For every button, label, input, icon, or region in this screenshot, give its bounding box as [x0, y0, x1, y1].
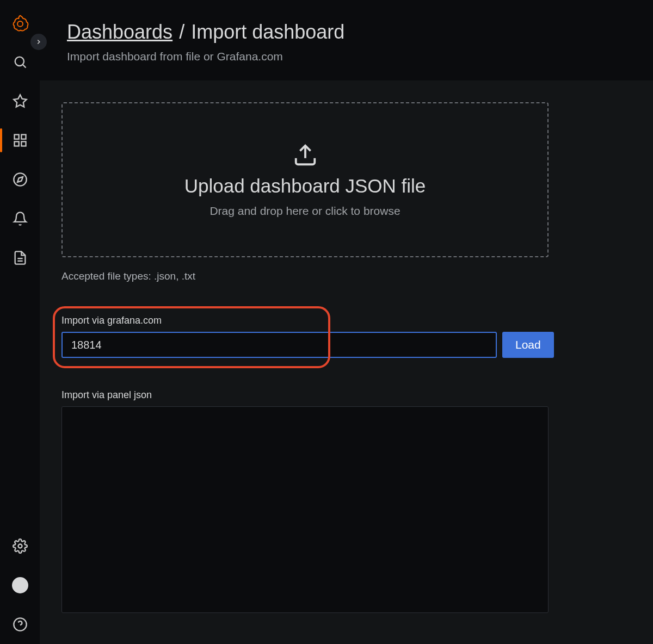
svg-point-1 [15, 57, 23, 66]
svg-marker-3 [14, 95, 26, 107]
svg-rect-5 [21, 135, 26, 139]
nav-help[interactable] [0, 605, 40, 644]
breadcrumb-current: Import dashboard [191, 21, 344, 44]
nav-alerting[interactable] [0, 199, 40, 238]
breadcrumb-separator: / [179, 21, 184, 44]
upload-hint: Drag and drop here or click to browse [210, 205, 400, 218]
grafana-id-input[interactable] [61, 332, 497, 358]
nav-profile[interactable] [0, 566, 40, 605]
nav-dashboards[interactable] [0, 121, 40, 160]
avatar-icon [12, 577, 28, 593]
nav-connections[interactable] [0, 238, 40, 277]
import-via-json-label: Import via panel json [61, 389, 653, 401]
main-content: Dashboards / Import dashboard Import das… [40, 0, 653, 644]
nav-admin[interactable] [0, 527, 40, 566]
sidebar [0, 0, 40, 644]
breadcrumb-root-link[interactable]: Dashboards [67, 21, 173, 44]
import-via-grafana-group: Import via grafana.com Load [61, 315, 554, 358]
svg-rect-7 [14, 141, 19, 146]
accepted-file-types: Accepted file types: .json, .txt [61, 270, 653, 282]
svg-rect-6 [21, 141, 26, 146]
sidebar-expand-toggle[interactable] [30, 34, 47, 50]
svg-point-8 [14, 173, 26, 185]
svg-rect-4 [14, 135, 19, 139]
page-subtitle: Import dashboard from file or Grafana.co… [67, 50, 653, 63]
load-button[interactable]: Load [502, 332, 554, 358]
upload-icon [293, 143, 318, 168]
svg-point-12 [18, 544, 22, 548]
nav-starred[interactable] [0, 82, 40, 121]
svg-marker-9 [17, 177, 23, 182]
import-via-json-group: Import via panel json [61, 389, 653, 615]
svg-line-2 [22, 65, 26, 68]
nav-explore[interactable] [0, 160, 40, 199]
upload-title: Upload dashboard JSON file [184, 175, 426, 197]
breadcrumb: Dashboards / Import dashboard [67, 21, 653, 44]
import-via-grafana-label: Import via grafana.com [61, 315, 554, 326]
panel-json-textarea[interactable] [61, 406, 549, 613]
page-header: Dashboards / Import dashboard Import das… [40, 0, 653, 81]
upload-dropzone[interactable]: Upload dashboard JSON file Drag and drop… [61, 102, 549, 257]
svg-point-0 [17, 21, 23, 27]
